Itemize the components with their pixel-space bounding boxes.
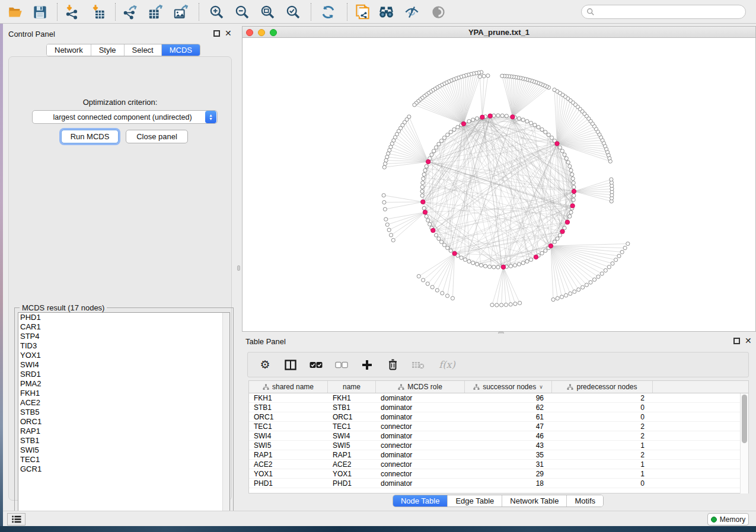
select-stepper-icon: ▲▼ — [205, 111, 216, 123]
memory-button[interactable]: Memory — [707, 513, 749, 525]
show-graphics-details-icon[interactable] — [429, 4, 447, 20]
close-panel-button[interactable]: Close panel — [126, 130, 188, 143]
list-item[interactable]: FKH1 — [18, 389, 229, 398]
control-panel-header: Control Panel ✕ — [3, 26, 236, 41]
list-item[interactable]: ACE2 — [18, 398, 229, 408]
run-mcds-button[interactable]: Run MCDS — [61, 130, 119, 143]
network-graph[interactable] — [243, 38, 755, 331]
node-table-body: FKH1FKH1dominator962STB1STB1dominator620… — [249, 393, 748, 488]
import-table-icon[interactable] — [89, 4, 107, 20]
network-window-title: YPA_prune.txt_1 — [243, 28, 755, 37]
zoom-out-icon[interactable] — [233, 4, 251, 20]
search-input-field[interactable] — [595, 7, 745, 17]
list-item[interactable]: PMA2 — [18, 379, 229, 389]
mcds-list-scrollbar[interactable] — [222, 313, 229, 520]
tab-motifs[interactable]: Motifs — [567, 495, 603, 507]
list-item[interactable]: TEC1 — [18, 455, 229, 464]
export-image-icon[interactable] — [172, 4, 190, 20]
export-table-icon[interactable] — [146, 4, 164, 20]
table-row[interactable]: RAP1RAP1dominator352 — [249, 450, 748, 460]
find-icon[interactable] — [377, 4, 395, 20]
tab-edge-table[interactable]: Edge Table — [448, 495, 502, 507]
table-row[interactable]: ACE2ACE2connector311 — [249, 460, 748, 469]
table-scrollbar-thumb[interactable] — [742, 395, 747, 443]
table-row[interactable]: SWI4SWI4dominator462 — [249, 431, 748, 441]
tab-mcds[interactable]: MCDS — [162, 44, 200, 56]
table-row[interactable]: STB1STB1dominator620 — [249, 403, 748, 412]
tab-node-table[interactable]: Node Table — [393, 495, 448, 507]
tab-select[interactable]: Select — [125, 44, 162, 56]
deselect-all-icon[interactable] — [335, 358, 348, 371]
toolbar-separator — [115, 3, 116, 21]
open-file-icon[interactable] — [6, 4, 24, 20]
network-canvas[interactable] — [243, 38, 755, 331]
hide-graphics-details-icon[interactable] — [403, 4, 420, 20]
optimization-criterion-label: Optimization criterion: — [9, 98, 231, 107]
mcds-result-list[interactable]: PHD1CAR1STP4TID3YOX1SWI4SRD1PMA2FKH1ACE2… — [18, 312, 230, 521]
tab-network[interactable]: Network — [47, 44, 91, 56]
column-header-predecessor-nodes[interactable]: predecessor nodes — [552, 381, 653, 393]
list-menu-icon — [12, 515, 21, 523]
import-network-icon[interactable] — [63, 4, 81, 20]
node-tree-icon — [263, 384, 269, 390]
node-tree-icon — [473, 384, 480, 390]
column-header-shared-name[interactable]: shared name — [249, 381, 328, 393]
table-row[interactable]: ORC1ORC1dominator610 — [249, 412, 748, 422]
refresh-layout-icon[interactable] — [319, 4, 337, 20]
node-table: shared namenameMCDS rolesuccessor nodes∨… — [248, 380, 749, 493]
list-item[interactable]: RAP1 — [18, 427, 229, 436]
list-item[interactable]: GCR1 — [18, 464, 229, 474]
settings-gear-icon[interactable]: ⚙ — [259, 358, 272, 371]
criterion-select[interactable]: largest connected component (undirected)… — [32, 110, 218, 124]
table-scrollbar[interactable] — [740, 393, 748, 493]
table-row[interactable]: FKH1FKH1dominator962 — [249, 393, 748, 403]
show-columns-icon[interactable] — [284, 358, 297, 371]
table-row[interactable]: SWI5SWI5connector431 — [249, 441, 748, 450]
mcds-result-items: PHD1CAR1STP4TID3YOX1SWI4SRD1PMA2FKH1ACE2… — [18, 313, 229, 474]
close-table-panel-icon[interactable]: ✕ — [745, 336, 752, 345]
memory-status-icon — [711, 517, 717, 523]
delete-table-icon[interactable] — [412, 358, 425, 371]
add-row-icon[interactable] — [361, 358, 374, 371]
search-input[interactable] — [581, 5, 746, 19]
export-network-icon[interactable] — [121, 4, 139, 20]
close-panel-icon[interactable]: ✕ — [225, 28, 232, 38]
float-panel-icon[interactable] — [213, 30, 220, 37]
list-item[interactable]: SWI4 — [18, 360, 229, 370]
save-session-icon[interactable] — [31, 4, 49, 20]
list-item[interactable]: STB5 — [18, 408, 229, 417]
list-item[interactable]: YOX1 — [18, 351, 229, 360]
table-row[interactable]: YOX1YOX1connector291 — [249, 469, 748, 479]
share-document-icon[interactable] — [353, 4, 371, 20]
list-item[interactable]: CAR1 — [18, 322, 229, 332]
control-panel: Control Panel ✕ Optimization criterion: … — [3, 26, 236, 511]
function-builder-icon[interactable]: f(x) — [437, 358, 457, 371]
list-item[interactable]: SWI5 — [18, 446, 229, 455]
list-item[interactable]: STB1 — [18, 436, 229, 446]
table-row[interactable]: TEC1TEC1connector472 — [249, 422, 748, 431]
float-table-panel-icon[interactable] — [733, 338, 740, 344]
delete-row-icon[interactable] — [386, 358, 399, 371]
tab-network-table[interactable]: Network Table — [502, 495, 567, 507]
list-item[interactable]: TID3 — [18, 341, 229, 351]
column-header-name[interactable]: name — [328, 381, 376, 393]
node-table-header: shared namenameMCDS rolesuccessor nodes∨… — [249, 381, 748, 393]
mcds-result-group: MCDS result (17 nodes) PHD1CAR1STP4TID3Y… — [14, 307, 234, 524]
splitter-handle[interactable] — [237, 265, 240, 271]
zoom-in-icon[interactable] — [208, 4, 225, 20]
show-panels-menu-button[interactable] — [7, 513, 25, 525]
column-header-successor-nodes[interactable]: successor nodes∨ — [465, 381, 552, 393]
network-window-titlebar[interactable]: YPA_prune.txt_1 — [243, 27, 755, 38]
list-item[interactable]: SRD1 — [18, 370, 229, 379]
list-item[interactable]: STP4 — [18, 332, 229, 341]
application-window: Control Panel ✕ Optimization criterion: … — [0, 0, 756, 532]
control-panel-tabs: Network Style Select MCDS — [46, 44, 200, 56]
list-item[interactable]: ORC1 — [18, 417, 229, 427]
column-header-MCDS-role[interactable]: MCDS role — [376, 381, 465, 393]
select-all-icon[interactable] — [310, 358, 323, 371]
zoom-selected-icon[interactable] — [284, 4, 302, 20]
zoom-fit-icon[interactable] — [259, 4, 276, 20]
table-row[interactable]: PHD1PHD1dominator180 — [249, 479, 748, 488]
tab-style[interactable]: Style — [91, 44, 125, 56]
list-item[interactable]: PHD1 — [18, 313, 229, 322]
